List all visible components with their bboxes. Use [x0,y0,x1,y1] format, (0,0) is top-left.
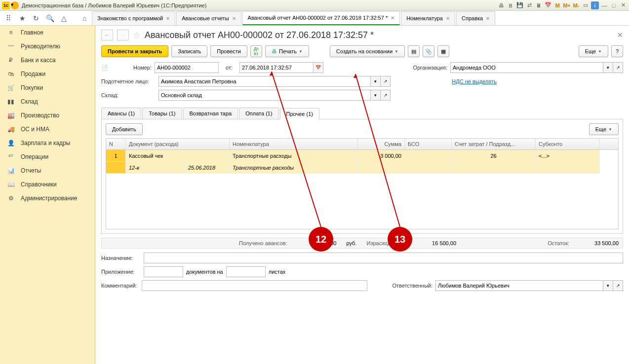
sidebar-item-purchases[interactable]: 🛒Покупки [0,81,95,95]
boxes-icon: ▮▮ [7,98,15,105]
minimize-icon[interactable]: — [600,1,608,9]
notify-bell-icon[interactable]: △ [57,12,70,24]
forward-button[interactable]: → [117,30,129,40]
tab-payment[interactable]: Оплата (1) [239,108,278,119]
close-icon[interactable]: ✕ [619,1,627,9]
add-row-button[interactable]: Добавить [106,123,143,135]
print-button[interactable]: 🖶Печать▼ [265,45,309,57]
history-icon[interactable]: ↻ [30,12,42,24]
struct-icon[interactable]: ▤ [408,45,420,57]
col-sub[interactable]: Субконто [536,139,600,149]
tab-goods[interactable]: Товары (1) [142,108,182,119]
purpose-field[interactable] [144,253,623,263]
sidebar-item-production[interactable]: 🏭Производство [0,109,95,122]
chart-icon: 〰 [7,43,15,50]
sidebar-item-manager[interactable]: 〰Руководителю [0,39,95,53]
back-button[interactable]: ← [101,30,113,40]
sidebar-item-refs[interactable]: 📖Справочники [0,178,95,191]
list-icon[interactable]: ▦ [437,45,449,57]
calendar-icon[interactable]: 📅 [544,1,552,9]
dropdown-button[interactable]: ▾ [603,62,613,73]
help-button[interactable]: ? [611,45,623,57]
close-icon[interactable]: ✕ [166,16,170,21]
dropdown-button[interactable]: ▾ [371,76,381,87]
help-icon[interactable]: i [591,1,599,9]
tab-returnable[interactable]: Возвратная тара [183,108,238,119]
grid-more-button[interactable]: Еще▼ [589,123,619,135]
col-doc[interactable]: Документ (расхода) [126,139,230,149]
save-icon[interactable]: 💾 [516,1,524,9]
tab-other[interactable]: Прочее (1) [280,108,319,119]
notify-icon[interactable]: ▭ [582,1,590,9]
open-button[interactable]: ↗ [613,62,623,73]
print-preview-icon[interactable]: 🗎 [507,1,514,9]
tab-intro[interactable]: Знакомство с программой✕ [92,11,175,25]
comment-field[interactable] [142,280,367,291]
resp-field[interactable] [435,280,603,291]
close-doc-button[interactable]: ✕ [617,31,623,39]
apps-icon[interactable]: ⠿ [2,12,15,24]
warehouse-label: Склад: [101,92,156,98]
post-close-button[interactable]: Провести и закрыть [101,45,168,57]
search-icon[interactable]: 🔍 [43,12,56,24]
book-icon: 📖 [7,181,15,188]
col-nom[interactable]: Номенклатура [230,139,358,149]
attach-sheets-field[interactable] [226,266,266,277]
vat-link[interactable]: НДС не выделять [452,78,497,84]
star-icon[interactable]: ★ [16,12,29,24]
close-icon[interactable]: ✕ [446,16,450,21]
more-button[interactable]: Еще▼ [579,45,608,57]
tab-help[interactable]: Справка✕ [456,11,495,25]
calc-icon[interactable]: 🖩 [535,1,543,9]
dropdown-button[interactable]: ▾ [603,280,613,291]
sidebar-item-operations[interactable]: ᴬᵀОперации [0,150,95,164]
date-field[interactable] [239,62,314,73]
sidebar-item-admin[interactable]: ⚙Администрирование [0,191,95,205]
m-plus-btn[interactable]: M+ [563,1,571,9]
sidebar: ≡Главное 〰Руководителю ₽Банк и касса 🛍Пр… [0,26,95,364]
number-field[interactable] [155,62,219,73]
attach-icon[interactable]: 📎 [423,45,434,57]
warehouse-field[interactable] [158,90,371,101]
col-sum[interactable]: Сумма [358,139,405,149]
person-field[interactable] [158,76,371,87]
org-field[interactable] [450,62,603,73]
table-row[interactable]: 1 Кассовый чек Транспортные расходы 3 00… [106,150,618,162]
col-acct[interactable]: Счет затрат / Подразд... [452,139,536,149]
sidebar-item-main[interactable]: ≡Главное [0,26,95,39]
attach-docs-field[interactable] [144,266,183,277]
close-icon[interactable]: ✕ [391,15,394,21]
app-menu-dropdown[interactable]: ▾ [11,1,19,9]
tab-advances[interactable]: Авансы (1) [101,108,141,119]
calendar-button[interactable]: 📅 [314,62,323,73]
write-button[interactable]: Записать [171,45,207,57]
create-based-button[interactable]: Создать на основании▼ [330,45,405,57]
maximize-icon[interactable]: □ [610,1,618,9]
col-n[interactable]: N [106,139,126,149]
post-button[interactable]: Провести [210,45,247,57]
m-minus-btn[interactable]: M- [572,1,580,9]
tab-reports[interactable]: Авансовые отчеты✕ [176,11,241,25]
open-button[interactable]: ↗ [381,90,391,101]
home-icon[interactable]: ⌂ [78,12,91,24]
sidebar-item-salary[interactable]: 👤Зарплата и кадры [0,136,95,150]
open-button[interactable]: ↗ [613,280,623,291]
sidebar-item-sales[interactable]: 🛍Продажи [0,67,95,81]
sidebar-item-warehouse[interactable]: ▮▮Склад [0,95,95,109]
dropdown-button[interactable]: ▾ [371,90,381,101]
compare-icon[interactable]: ⇄ [525,1,533,9]
table-row[interactable]: 12-к 25.06.2018 Транспортные расходы [106,162,618,174]
tab-current-doc[interactable]: Авансовый отчет АН00-000002 от 27.06.201… [242,11,400,25]
sidebar-item-assets[interactable]: 🚚ОС и НМА [0,122,95,136]
m-btn[interactable]: M [553,1,561,9]
dkt-icon[interactable]: ДтКт [250,45,262,57]
tab-nomenclature[interactable]: Номенклатура✕ [401,11,455,25]
open-button[interactable]: ↗ [381,76,391,87]
sidebar-item-reports[interactable]: 📊Отчеты [0,164,95,178]
sidebar-item-bank[interactable]: ₽Банк и касса [0,53,95,67]
close-icon[interactable]: ✕ [232,16,236,21]
favorite-star-icon[interactable]: ☆ [133,30,141,40]
close-icon[interactable]: ✕ [486,16,490,21]
printer-icon[interactable]: 🖶 [497,1,505,9]
col-bso[interactable]: БСО [405,139,452,149]
